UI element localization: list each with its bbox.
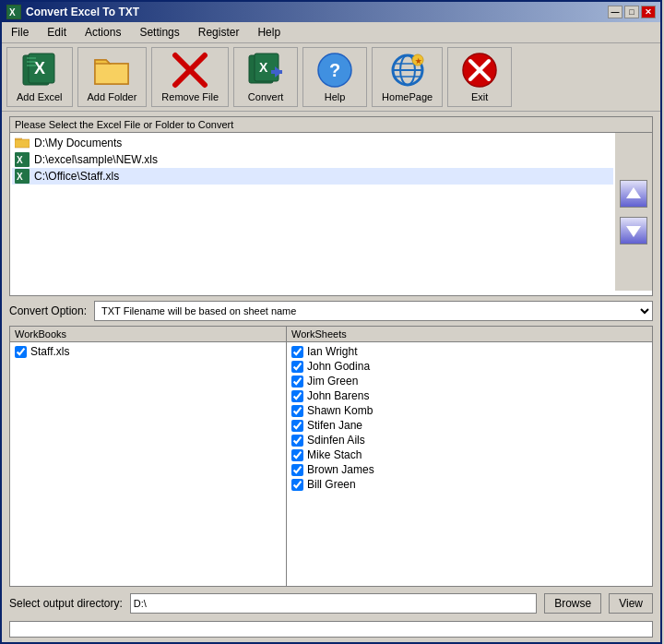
convert-label: Convert	[248, 91, 284, 102]
file-list-section: Please Select the Excel File or Folder t…	[9, 116, 653, 296]
worksheet-checkbox-4[interactable]	[291, 405, 303, 417]
svg-marker-31	[626, 187, 641, 198]
menu-item-settings[interactable]: Settings	[135, 24, 184, 41]
title-buttons: — □ ✕	[608, 6, 656, 18]
workbook-checkbox-0[interactable]	[15, 346, 27, 358]
main-content: Please Select the Excel File or Folder t…	[2, 112, 660, 642]
excel-path-1: D:\excel\sample\NEW.xls	[34, 153, 158, 166]
toolbar: X Add Excel Add Folder	[2, 43, 660, 112]
svg-text:X: X	[259, 60, 268, 75]
help-label: Help	[325, 91, 346, 102]
homepage-button[interactable]: ★ HomePage	[372, 47, 443, 107]
svg-text:?: ?	[329, 60, 340, 80]
menu-item-register[interactable]: Register	[194, 24, 244, 41]
list-item[interactable]: X C:\Office\Staff.xls	[12, 168, 613, 185]
worksheet-name-0: Ian Wright	[307, 345, 357, 358]
add-excel-icon: X	[21, 52, 58, 89]
worksheet-name-9: Bill Green	[307, 478, 356, 491]
worksheet-checkbox-7[interactable]	[291, 449, 303, 461]
nav-buttons	[615, 133, 652, 291]
list-item: John Godina	[289, 359, 650, 374]
convert-icon: X	[247, 52, 284, 89]
close-button[interactable]: ✕	[641, 6, 656, 18]
add-folder-button[interactable]: Add Folder	[77, 47, 148, 107]
worksheet-name-1: John Godina	[307, 360, 370, 373]
list-item[interactable]: X D:\excel\sample\NEW.xls	[12, 151, 613, 168]
svg-text:X: X	[17, 172, 23, 182]
worksheets-body: Ian WrightJohn GodinaJim GreenJohn Baren…	[287, 342, 652, 586]
svg-text:★: ★	[415, 57, 422, 66]
convert-option-select[interactable]: TXT Filename will be based on sheet name…	[94, 301, 653, 321]
menu-bar: FileEditActionsSettingsRegisterHelp	[2, 22, 660, 43]
excel-small-icon-2: X	[15, 169, 30, 184]
list-item: Brown James	[289, 462, 650, 477]
move-up-button[interactable]	[620, 180, 647, 208]
excel-small-icon: X	[15, 152, 30, 167]
output-row: Select output directory: Browse View	[9, 593, 653, 614]
worksheet-checkbox-0[interactable]	[291, 346, 303, 358]
svg-rect-7	[27, 65, 36, 66]
main-window: X Convert Excel To TXT — □ ✕ FileEditAct…	[0, 0, 662, 644]
svg-rect-6	[27, 61, 36, 63]
menu-item-file[interactable]: File	[6, 24, 33, 41]
convert-option-label: Convert Option:	[9, 304, 87, 317]
list-item: Sdinfen Ails	[289, 433, 650, 447]
worksheet-checkbox-2[interactable]	[291, 376, 303, 388]
workbooks-header: WorkBooks	[10, 327, 286, 342]
worksheet-checkbox-8[interactable]	[291, 464, 303, 476]
file-list: D:\My Documents X D:\excel\sample\NEW.xl…	[10, 133, 615, 291]
window-icon: X	[6, 5, 21, 19]
worksheet-name-8: Brown James	[307, 463, 374, 476]
file-list-header: Please Select the Excel File or Folder t…	[10, 117, 652, 133]
list-item: John Barens	[289, 388, 650, 403]
list-item: Stifen Jane	[289, 418, 650, 433]
browse-button[interactable]: Browse	[544, 593, 601, 614]
menu-item-actions[interactable]: Actions	[80, 24, 125, 41]
homepage-icon: ★	[389, 52, 426, 89]
list-item: Jim Green	[289, 374, 650, 388]
convert-button[interactable]: X Convert	[233, 47, 298, 107]
list-item: Shawn Komb	[289, 403, 650, 418]
homepage-label: HomePage	[382, 91, 433, 102]
window-title: Convert Excel To TXT	[26, 6, 139, 18]
add-excel-label: Add Excel	[17, 91, 63, 102]
list-item: Ian Wright	[289, 344, 650, 359]
svg-rect-14	[271, 70, 282, 74]
worksheet-checkbox-9[interactable]	[291, 479, 303, 491]
remove-file-icon	[172, 52, 208, 89]
svg-marker-32	[626, 226, 641, 237]
convert-option-row: Convert Option: TXT Filename will be bas…	[9, 301, 653, 321]
exit-icon	[461, 52, 498, 89]
workbooks-body: Staff.xls	[10, 342, 286, 586]
menu-item-edit[interactable]: Edit	[42, 24, 71, 41]
help-icon: ?	[316, 52, 353, 89]
workbook-name-0: Staff.xls	[30, 345, 69, 358]
menu-item-help[interactable]: Help	[253, 24, 285, 41]
remove-file-label: Remove File	[161, 91, 219, 102]
worksheet-checkbox-5[interactable]	[291, 420, 303, 432]
output-input[interactable]	[130, 593, 537, 614]
move-down-button[interactable]	[620, 217, 647, 244]
worksheets-panel: WorkSheets Ian WrightJohn GodinaJim Gree…	[287, 327, 652, 586]
worksheet-checkbox-3[interactable]	[291, 390, 303, 402]
minimize-button[interactable]: —	[608, 6, 622, 18]
list-item[interactable]: D:\My Documents	[12, 135, 613, 151]
title-bar: X Convert Excel To TXT — □ ✕	[2, 2, 660, 22]
view-button[interactable]: View	[609, 593, 653, 614]
svg-text:X: X	[17, 155, 23, 165]
worksheet-name-7: Mike Stach	[307, 448, 362, 461]
remove-file-button[interactable]: Remove File	[151, 47, 229, 107]
worksheet-name-5: Stifen Jane	[307, 419, 362, 432]
add-excel-button[interactable]: X Add Excel	[6, 47, 73, 107]
title-bar-left: X Convert Excel To TXT	[6, 5, 139, 19]
help-button[interactable]: ? Help	[302, 47, 367, 107]
add-folder-label: Add Folder	[88, 91, 137, 102]
worksheet-name-6: Sdinfen Ails	[307, 434, 365, 447]
worksheet-checkbox-6[interactable]	[291, 435, 303, 447]
exit-button[interactable]: Exit	[447, 47, 512, 107]
file-list-container: D:\My Documents X D:\excel\sample\NEW.xl…	[10, 133, 652, 291]
worksheet-checkbox-1[interactable]	[291, 361, 303, 373]
folder-path: D:\My Documents	[34, 137, 122, 149]
worksheet-name-4: Shawn Komb	[307, 404, 373, 417]
restore-button[interactable]: □	[624, 6, 639, 18]
